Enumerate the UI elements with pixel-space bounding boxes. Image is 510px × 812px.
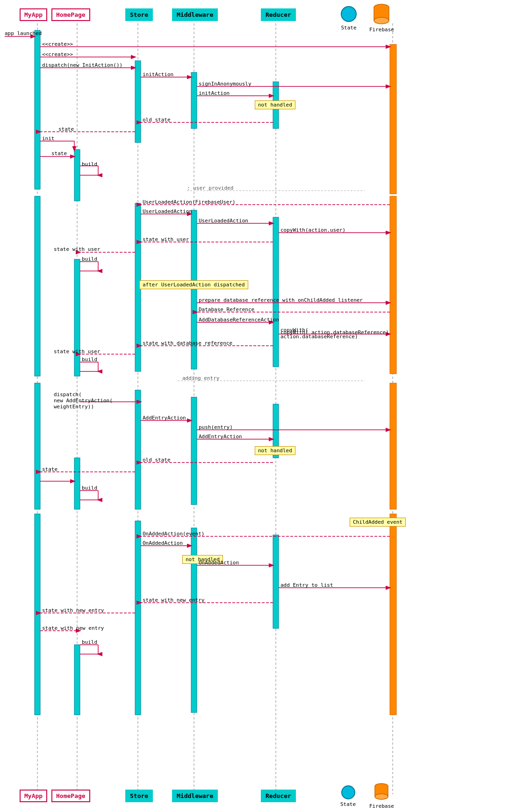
label-state-new-entry2: state with new entry bbox=[42, 607, 104, 613]
label-on-added-action1: OnAddedAction(event) bbox=[143, 531, 204, 537]
actor-myapp-top: MyApp bbox=[20, 8, 47, 21]
label-add-db-ref-action: AddDatabaseReferenceAction bbox=[199, 317, 279, 323]
label-on-added-action3: OnAddedAction bbox=[199, 560, 239, 566]
label-create2: <<create>> bbox=[42, 51, 73, 57]
label-copy-with-user: copyWith(action.user) bbox=[280, 227, 345, 233]
actor-middleware-top: Middleware bbox=[172, 8, 218, 21]
note-child-added: ChildAdded event bbox=[350, 518, 406, 527]
svg-rect-16 bbox=[273, 217, 279, 367]
svg-rect-21 bbox=[191, 397, 197, 505]
svg-rect-19 bbox=[74, 458, 80, 509]
label-build4: build bbox=[82, 485, 97, 491]
label-state-with-user2: state with user bbox=[54, 246, 100, 252]
label-build5: build bbox=[82, 639, 97, 645]
note-after-userloaded: after UserLoadedAction dispatched bbox=[139, 280, 248, 289]
actor-reducer-top: Reducer bbox=[261, 8, 296, 21]
label-state2: state bbox=[51, 150, 67, 157]
label-user-loaded-action: UserLoadedAction(FirebaseUser) bbox=[143, 199, 236, 205]
svg-rect-12 bbox=[35, 196, 40, 376]
svg-rect-18 bbox=[35, 383, 40, 509]
state-icon-bottom: State bbox=[340, 785, 356, 807]
label-old-state1: old state bbox=[143, 117, 171, 123]
label-state-db-ref: state with database reference bbox=[143, 340, 232, 346]
actor-reducer-bottom: Reducer bbox=[261, 790, 296, 802]
label-add-entry-action2: AddEntryAction bbox=[199, 434, 242, 440]
label-init-action: initAction bbox=[143, 71, 173, 78]
state-icon-top: State bbox=[340, 6, 357, 31]
label-build3: build bbox=[82, 356, 97, 363]
svg-rect-23 bbox=[390, 383, 396, 509]
svg-point-91 bbox=[342, 786, 355, 799]
label-state1: state bbox=[58, 126, 74, 132]
label-dispatch-init: dispatch(new InitAction()) bbox=[42, 62, 122, 68]
label-adding-entry: adding entry bbox=[182, 375, 219, 381]
svg-rect-11 bbox=[390, 44, 396, 194]
svg-point-85 bbox=[341, 7, 356, 21]
firebase-icon-top: Firebase bbox=[369, 4, 394, 33]
label-user-loaded-action2: UserLoadedAction bbox=[143, 208, 192, 214]
svg-rect-24 bbox=[35, 514, 40, 715]
actor-store-top: Store bbox=[125, 8, 153, 21]
label-on-added-action2: OnAddedAction bbox=[143, 540, 183, 546]
label-add-entry-action1: AddEntryAction bbox=[143, 415, 186, 421]
note-not-handled-1: not handled bbox=[255, 100, 295, 109]
svg-rect-26 bbox=[135, 521, 141, 715]
svg-rect-13 bbox=[74, 259, 80, 376]
svg-rect-9 bbox=[191, 72, 197, 128]
svg-point-88 bbox=[374, 17, 389, 24]
label-state3: state bbox=[42, 466, 57, 472]
actor-store-bottom: Store bbox=[125, 790, 153, 802]
label-app-launched: app launched bbox=[5, 30, 42, 36]
label-init-action2: initAction bbox=[199, 90, 230, 96]
label-state-with-user1: state with user bbox=[143, 236, 189, 242]
label-db-ref: Database Reference bbox=[199, 306, 254, 313]
svg-rect-17 bbox=[390, 196, 396, 374]
label-sign-in: signInAnonymously bbox=[199, 81, 251, 87]
label-prepare-db: prepare database reference with onChildA… bbox=[199, 297, 363, 303]
label-old-state2: old state bbox=[143, 457, 171, 463]
label-build1: build bbox=[82, 161, 97, 167]
label-add-entry-list: add Entry to list bbox=[280, 582, 333, 588]
label-state-new-entry3: state with new entry bbox=[42, 625, 104, 631]
actor-middleware-bottom: Middleware bbox=[172, 790, 218, 802]
label-init: init bbox=[42, 135, 55, 142]
label-state-new-entry1: state with new entry bbox=[143, 597, 204, 603]
label-state-with-user3: state with user bbox=[54, 349, 100, 355]
actor-myapp-bottom: MyApp bbox=[20, 790, 47, 802]
svg-rect-20 bbox=[135, 390, 141, 509]
label-copywith-dbref-multiline: copyWith(action.databaseReference) bbox=[280, 327, 358, 341]
svg-rect-29 bbox=[390, 514, 396, 715]
svg-rect-6 bbox=[35, 30, 40, 189]
svg-rect-8 bbox=[135, 61, 141, 142]
label-create1: <<create>> bbox=[42, 41, 73, 47]
svg-rect-28 bbox=[273, 535, 279, 628]
label-build2: build bbox=[82, 256, 97, 262]
note-not-handled-2: not handled bbox=[255, 446, 295, 455]
svg-rect-25 bbox=[74, 645, 80, 715]
label-dispatch-add-entry: dispatch(new AddEntryAction(weightEntry)… bbox=[54, 392, 113, 410]
firebase-icon-bottom: Firebase bbox=[369, 783, 394, 809]
svg-point-94 bbox=[375, 794, 388, 799]
svg-rect-7 bbox=[74, 150, 80, 201]
label-user-provided: : user provided bbox=[187, 185, 233, 191]
label-push-entry: push(entry) bbox=[199, 424, 233, 430]
label-user-loaded-action3: UserLoadedAction bbox=[199, 218, 248, 224]
actor-homepage-bottom: HomePage bbox=[51, 790, 90, 802]
actor-homepage-top: HomePage bbox=[51, 8, 90, 21]
